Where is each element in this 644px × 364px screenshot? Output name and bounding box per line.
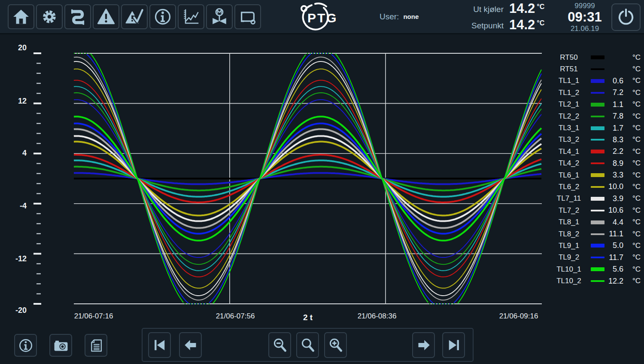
legend-color-swatch	[591, 210, 605, 211]
legend-series-unit: °C	[623, 230, 641, 239]
legend-row[interactable]: TL10_212.2°C	[553, 275, 641, 287]
motor-valve-icon	[210, 7, 229, 27]
legend-row[interactable]: RT51°C	[553, 63, 641, 75]
legend-series-value: 7.8	[605, 112, 623, 121]
out-cooler-unit: °C	[537, 3, 544, 10]
time-span-label: 2 t	[291, 313, 325, 322]
legend-series-value: 3.3	[605, 171, 623, 180]
legend-series-value: 4.4	[605, 218, 623, 227]
legend-series-value: 8.9	[605, 159, 623, 168]
legend-row[interactable]: TL6_210.0°C	[553, 181, 641, 193]
skip-to-end-button[interactable]	[442, 332, 465, 358]
legend-swatch-box	[585, 162, 605, 164]
legend-row[interactable]: TL2_11.1°C	[553, 99, 641, 110]
zoom-select-button[interactable]	[296, 332, 319, 358]
legend-row[interactable]: TL8_211.1°C	[553, 228, 641, 240]
setpoint-label: Setpunkt	[435, 21, 504, 31]
legend-row[interactable]: TL3_28.3°C	[553, 134, 641, 146]
info-button[interactable]	[149, 4, 176, 29]
info-icon	[153, 7, 173, 27]
trend-nav-panel	[142, 328, 474, 362]
snapshot-button[interactable]	[49, 334, 72, 357]
trend-chart-icon	[181, 7, 201, 27]
report-button[interactable]	[85, 334, 107, 357]
trend-info-button[interactable]	[14, 334, 37, 357]
x-tick-label: 21/06-07:56	[197, 312, 274, 321]
legend-series-unit: °C	[623, 194, 641, 203]
legend-row[interactable]: RT50°C	[553, 52, 641, 63]
legend-series-name: TL9_2	[553, 253, 585, 262]
legend-series-value: 5.0	[605, 241, 623, 250]
legend-row[interactable]: TL6_13.3°C	[553, 169, 641, 181]
legend-color-swatch	[591, 150, 605, 153]
arrow-left-icon	[182, 336, 199, 354]
legend-row[interactable]: TL10_15.6°C	[553, 263, 641, 275]
legend-series-unit: °C	[623, 218, 641, 226]
legend-series-name: TL10_1	[553, 265, 585, 274]
step-back-button[interactable]	[179, 332, 202, 358]
legend-color-swatch	[591, 220, 605, 224]
zoom-out-button[interactable]	[268, 332, 291, 358]
legend-series-unit: °C	[623, 100, 641, 109]
legend-swatch-box	[585, 280, 605, 282]
alarm-button[interactable]	[93, 4, 119, 29]
settings-button[interactable]	[36, 4, 63, 29]
legend-swatch-box	[585, 150, 605, 153]
legend-color-swatch	[591, 92, 605, 94]
setpoint-value: 14.2°C	[509, 17, 544, 33]
legend-swatch-box	[585, 267, 605, 271]
legend-row[interactable]: TL1_27.2°C	[553, 87, 641, 98]
zoom-in-button[interactable]	[324, 332, 347, 358]
power-button[interactable]	[611, 3, 641, 31]
legend-row[interactable]: TL2_27.8°C	[553, 110, 641, 122]
legend-swatch-box	[585, 139, 605, 141]
arrow-right-icon	[415, 336, 432, 354]
legend-row[interactable]: TL1_10.6°C	[553, 75, 641, 87]
legend-swatch-box	[585, 173, 605, 177]
legend-row[interactable]: TL3_11.7°C	[553, 122, 641, 134]
legend-series-unit: °C	[623, 242, 641, 250]
skip-to-start-button[interactable]	[148, 332, 171, 358]
legend-swatch-box	[585, 116, 605, 117]
trend-plot[interactable]	[26, 41, 545, 320]
legend-row[interactable]: TL4_12.2°C	[553, 146, 641, 157]
legend-row[interactable]: TL9_211.7°C	[553, 252, 641, 263]
skip-to-start-icon	[151, 336, 168, 354]
legend-series-name: TL10_2	[553, 277, 585, 285]
legend-series-unit: °C	[623, 135, 641, 144]
legend-color-swatch	[591, 103, 605, 107]
zoom-out-icon	[271, 336, 289, 354]
piping-button[interactable]	[64, 4, 91, 29]
legend-color-swatch	[591, 257, 605, 258]
home-button[interactable]	[8, 4, 34, 29]
legend-series-unit: °C	[623, 65, 641, 73]
legend-row[interactable]: TL4_28.9°C	[553, 158, 641, 169]
report-icon	[88, 337, 104, 354]
legend-series-name: TL2_1	[553, 100, 585, 109]
legend-row[interactable]: TL7_113.9°C	[553, 193, 641, 205]
y-tick-label: -12	[5, 254, 27, 263]
legend-series-name: RT51	[553, 65, 585, 73]
step-forward-button[interactable]	[412, 332, 435, 358]
legend: RT50°CRT51°CTL1_10.6°CTL1_27.2°CTL2_11.1…	[553, 52, 641, 287]
legend-series-name: TL7_2	[553, 206, 585, 215]
legend-row[interactable]: TL9_15.0°C	[553, 240, 641, 251]
alarm-ack-button[interactable]	[121, 4, 148, 29]
legend-color-swatch	[591, 280, 605, 282]
trend-button[interactable]	[178, 4, 204, 29]
y-tick-label: -4	[5, 202, 27, 211]
legend-series-value: 7.2	[605, 88, 623, 97]
legend-row[interactable]: TL8_14.4°C	[553, 216, 641, 228]
legend-series-value: 11.1	[605, 229, 623, 239]
skip-to-end-icon	[445, 336, 462, 354]
vehicle-button[interactable]	[234, 4, 261, 29]
zoom-in-icon	[327, 336, 344, 354]
motor-valve-button[interactable]	[206, 4, 233, 29]
legend-color-swatch	[591, 162, 605, 164]
clock-date: 21.06.19	[558, 24, 611, 33]
legend-color-swatch	[591, 173, 605, 177]
legend-color-swatch	[591, 267, 605, 271]
legend-series-unit: °C	[623, 265, 641, 274]
legend-series-name: TL8_1	[553, 218, 585, 226]
legend-row[interactable]: TL7_210.6°C	[553, 205, 641, 216]
